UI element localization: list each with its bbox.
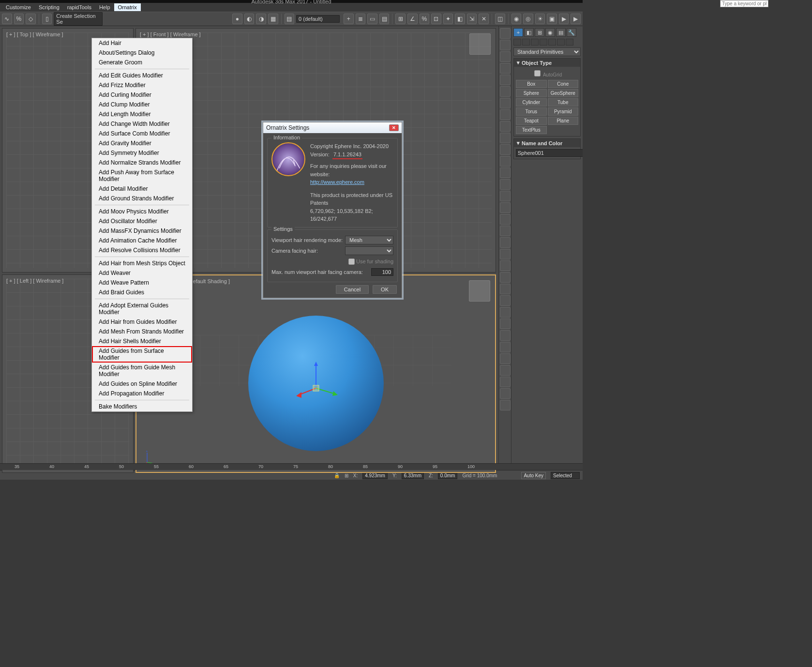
menu-item[interactable]: Add Guides from Guide Mesh Modifier	[92, 363, 192, 379]
viewport-label-top[interactable]: [ + ] [ Top ] [ Wireframe ]	[6, 31, 63, 37]
sub-shapes[interactable]	[522, 39, 530, 45]
menu-item[interactable]: Add Ground Strands Modifier	[92, 194, 192, 203]
layer-icon[interactable]: ▭	[367, 14, 377, 24]
selected-dropdown[interactable]: Selected	[551, 472, 580, 479]
ox-icon-21[interactable]	[500, 260, 511, 271]
sub-geometry[interactable]	[513, 39, 521, 45]
snap-icon[interactable]: ⊞	[395, 14, 406, 24]
max-num-spinner[interactable]	[371, 268, 393, 276]
window-icon[interactable]: ◫	[495, 14, 505, 24]
ox-icon-11[interactable]	[500, 144, 511, 155]
menu-item[interactable]: Add Mesh From Strands Modifier	[92, 327, 192, 336]
select-icon[interactable]: ▯	[42, 14, 52, 24]
mirror-icon[interactable]: ◧	[455, 14, 465, 24]
tab-motion[interactable]: ◉	[545, 28, 555, 37]
ox-icon-23[interactable]	[500, 284, 511, 294]
menu-item[interactable]: Add Gravity Modifier	[92, 138, 192, 148]
ox-icon-13[interactable]	[500, 167, 511, 178]
menu-ornatrix[interactable]: Ornatrix	[114, 3, 141, 11]
ox-icon-2[interactable]	[500, 40, 511, 50]
percent-snap-icon[interactable]: %	[420, 14, 430, 24]
ok-button[interactable]: OK	[373, 285, 397, 294]
material-icon[interactable]: ●	[232, 14, 242, 24]
ox-icon-25[interactable]	[500, 307, 511, 318]
menu-item[interactable]: Add Hair Shells Modifier	[92, 336, 192, 346]
render-prod-icon[interactable]: ▶	[571, 14, 581, 24]
btn-sphere[interactable]: Sphere	[516, 89, 547, 97]
sub-helpers[interactable]	[548, 39, 556, 45]
object-name-input[interactable]	[516, 149, 583, 157]
transform-gizmo[interactable]	[292, 359, 340, 408]
menu-item[interactable]: Add Braid Guides	[92, 288, 192, 297]
menu-item[interactable]: Add Symmetry Modifier	[92, 148, 192, 158]
menu-item[interactable]: Add Weave Pattern	[92, 278, 192, 288]
menu-item[interactable]: Add Hair from Guides Modifier	[92, 317, 192, 327]
menu-item[interactable]: Add Adopt External Guides Modifier	[92, 301, 192, 317]
manage-layers-icon[interactable]: ▤	[379, 14, 390, 24]
menu-item[interactable]: Add Edit Guides Modifier	[92, 71, 192, 80]
align-icon[interactable]: ⇲	[467, 14, 477, 24]
ox-icon-10[interactable]	[500, 133, 511, 143]
close-button[interactable]: ✕	[389, 124, 399, 131]
menu-item[interactable]: Add Detail Modifier	[92, 184, 192, 194]
ox-icon-26[interactable]	[500, 318, 511, 329]
tab-hierarchy[interactable]: ⊞	[535, 28, 544, 37]
render-setup-icon[interactable]: ◉	[511, 14, 522, 24]
ox-icon-7[interactable]	[500, 98, 511, 108]
menu-item[interactable]: Add Resolve Collisions Modifier	[92, 245, 192, 255]
ox-icon-22[interactable]	[500, 272, 511, 283]
ox-icon-3[interactable]	[500, 51, 511, 62]
menu-item[interactable]: Add Length Modifier	[92, 109, 192, 119]
viewcube[interactable]	[469, 33, 491, 55]
axis-icon[interactable]: ✦	[443, 14, 453, 24]
btn-plane[interactable]: Plane	[548, 117, 579, 125]
menu-item[interactable]: Bake Modifiers	[92, 402, 192, 411]
teapot-icon[interactable]: ◐	[244, 14, 255, 24]
sub-lights[interactable]	[531, 39, 539, 45]
tab-display[interactable]: ▤	[556, 28, 566, 37]
ox-icon-12[interactable]	[500, 156, 511, 167]
menu-scripting[interactable]: Scripting	[35, 3, 63, 11]
viewport-label-front[interactable]: [ + ] [ Front ] [ Wireframe ]	[140, 31, 201, 37]
ox-icon-9[interactable]	[500, 121, 511, 132]
primitive-type-dropdown[interactable]: Standard Primitives	[513, 47, 581, 56]
object-type-header[interactable]: ▾Object Type	[514, 59, 580, 67]
selection-set-dropdown[interactable]: Create Selection Se	[54, 12, 103, 26]
btn-textplus[interactable]: TextPlus	[516, 126, 547, 134]
bind-icon[interactable]: ◇	[26, 14, 36, 24]
teapot2-icon[interactable]: ◑	[256, 14, 266, 24]
btn-box[interactable]: Box	[516, 80, 547, 88]
x-coord[interactable]: 4.923mm	[362, 472, 388, 479]
btn-teapot[interactable]: Teapot	[516, 117, 547, 125]
ox-icon-16[interactable]	[500, 202, 511, 213]
website-link[interactable]: http://www.ephere.com	[310, 178, 393, 186]
ox-icon-28[interactable]	[500, 342, 511, 352]
ox-icon-19[interactable]	[500, 237, 511, 248]
render-icon[interactable]: ▶	[559, 14, 569, 24]
menu-item[interactable]: Add Clump Modifier	[92, 100, 192, 109]
menu-item[interactable]: Add Surface Comb Modifier	[92, 129, 192, 138]
layers-icon[interactable]: ≣	[356, 14, 366, 24]
menu-item[interactable]: Add MassFX Dynamics Modifier	[92, 226, 192, 236]
menu-item[interactable]: Add Change Width Modifier	[92, 119, 192, 129]
named-set-dropdown[interactable]: 0 (default)	[296, 15, 340, 23]
menu-item[interactable]: Generate Groom	[92, 58, 192, 67]
tab-modify[interactable]: ◧	[524, 28, 534, 37]
menu-item[interactable]: Add Hair	[92, 38, 192, 48]
dialog-titlebar[interactable]: Ornatrix Settings ✕	[263, 122, 402, 133]
btn-pyramid[interactable]: Pyramid	[548, 107, 579, 116]
btn-cylinder[interactable]: Cylinder	[516, 98, 547, 106]
tab-utilities[interactable]: 🔧	[567, 28, 576, 37]
menu-item[interactable]: Add Moov Physics Modifier	[92, 207, 192, 216]
menu-item[interactable]: Add Animation Cache Modifier	[92, 236, 192, 245]
ox-icon-17[interactable]	[500, 214, 511, 225]
y-coord[interactable]: 6.33mm	[402, 472, 424, 479]
light-icon[interactable]: ☀	[535, 14, 545, 24]
ox-icon-14[interactable]	[500, 179, 511, 190]
ox-icon-18[interactable]	[500, 226, 511, 236]
autokey-button[interactable]: Auto Key	[521, 472, 546, 479]
grid-icon[interactable]: ▦	[268, 14, 278, 24]
menu-item[interactable]: Add Normalize Strands Modifier	[92, 158, 192, 167]
btn-geosphere[interactable]: GeoSphere	[548, 89, 579, 97]
ox-icon-15[interactable]	[500, 191, 511, 201]
